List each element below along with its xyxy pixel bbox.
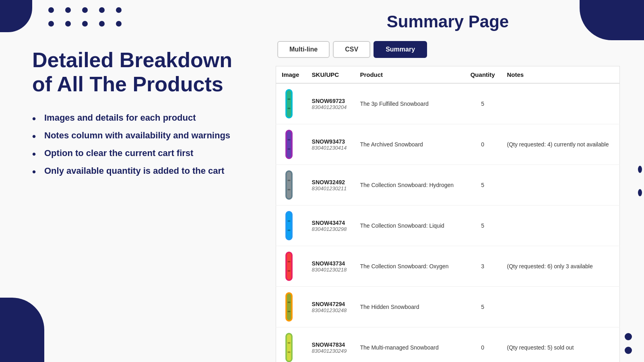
svg-rect-13 — [287, 212, 291, 239]
tab-summary[interactable]: Summary — [374, 41, 427, 58]
svg-rect-17 — [287, 253, 291, 280]
tab-csv[interactable]: CSV — [333, 41, 370, 58]
svg-rect-15 — [287, 230, 290, 231]
tab-multi-line[interactable]: Multi-line — [277, 41, 330, 58]
col-header-image: Image — [276, 66, 306, 84]
svg-rect-5 — [287, 131, 291, 158]
table-row: SNOW43734 830401230218 The Collection Sn… — [276, 246, 620, 287]
feature-list: Images and details for each productNotes… — [32, 113, 242, 176]
svg-rect-23 — [287, 311, 290, 313]
cell-image-3 — [276, 206, 306, 246]
table-row: SNOW32492 830401230211 The Collection Sn… — [276, 165, 620, 206]
cell-product-0: The 3p Fulfilled Snowboard — [354, 83, 464, 124]
table-row: SNOW93473 830401230414 The Archived Snow… — [276, 124, 620, 165]
cell-product-6: The Multi-managed Snowboard — [354, 327, 464, 362]
cell-product-5: The Hidden Snowboard — [354, 287, 464, 327]
svg-rect-27 — [287, 352, 290, 353]
cell-product-1: The Archived Snowboard — [354, 124, 464, 165]
svg-rect-1 — [287, 90, 291, 117]
cell-image-4 — [276, 246, 306, 287]
cell-sku-6: SNOW47834 830401230249 — [306, 327, 355, 362]
page-title: Summary Page — [276, 12, 620, 31]
table-row: SNOW47834 830401230249 The Multi-managed… — [276, 327, 620, 362]
svg-rect-25 — [287, 334, 291, 361]
cell-sku-1: SNOW93473 830401230414 — [306, 124, 355, 165]
cell-quantity-2: 5 — [464, 165, 502, 206]
cell-quantity-6: 0 — [464, 327, 502, 362]
cell-image-5 — [276, 287, 306, 327]
feature-list-item: Notes column with availability and warni… — [32, 130, 242, 141]
cell-quantity-4: 3 — [464, 246, 502, 287]
cell-notes-2 — [502, 165, 620, 206]
col-header-quantity: Quantity — [464, 66, 502, 84]
cell-quantity-0: 5 — [464, 83, 502, 124]
svg-rect-10 — [287, 180, 290, 181]
svg-rect-9 — [287, 172, 291, 198]
right-panel: Summary Page Multi-line CSV Summary Imag… — [268, 0, 644, 362]
table-row: SNOW47294 830401230248 The Hidden Snowbo… — [276, 287, 620, 327]
cell-quantity-5: 5 — [464, 287, 502, 327]
svg-rect-2 — [287, 99, 290, 100]
feature-list-item: Only available quantity is added to the … — [32, 166, 242, 176]
cell-product-3: The Collection Snowboard: Liquid — [354, 206, 464, 246]
svg-rect-21 — [287, 294, 291, 320]
cell-notes-0 — [502, 83, 620, 124]
svg-rect-6 — [287, 139, 290, 141]
cell-image-6 — [276, 327, 306, 362]
svg-rect-18 — [287, 261, 290, 263]
table-row: SNOW43474 830401230298 The Collection Sn… — [276, 206, 620, 246]
col-header-sku: SKU/UPC — [306, 66, 355, 84]
svg-rect-14 — [287, 220, 290, 222]
left-panel-heading: Detailed Breakdown of All The Products — [32, 48, 242, 97]
table-row: SNOW69723 830401230204 The 3p Fulfilled … — [276, 83, 620, 124]
cell-image-0 — [276, 83, 306, 124]
feature-list-item: Images and details for each product — [32, 113, 242, 123]
cell-notes-5 — [502, 287, 620, 327]
svg-rect-7 — [287, 148, 290, 150]
cell-notes-1: (Qty requested: 4) currently not availab… — [502, 124, 620, 165]
svg-rect-22 — [287, 302, 290, 303]
cell-product-2: The Collection Snowboard: Hydrogen — [354, 165, 464, 206]
svg-rect-19 — [287, 270, 290, 272]
cell-quantity-1: 0 — [464, 124, 502, 165]
cell-product-4: The Collection Snowboard: Oxygen — [354, 246, 464, 287]
left-panel: Detailed Breakdown of All The Products I… — [0, 0, 266, 362]
cell-notes-4: (Qty requested: 6) only 3 available — [502, 246, 620, 287]
col-header-product: Product — [354, 66, 464, 84]
cell-notes-6: (Qty requested: 5) sold out — [502, 327, 620, 362]
cell-sku-0: SNOW69723 830401230204 — [306, 83, 355, 124]
tab-bar: Multi-line CSV Summary — [276, 41, 620, 58]
col-header-notes: Notes — [502, 66, 620, 84]
product-table: Image SKU/UPC Product Quantity Notes SNO… — [276, 66, 620, 362]
cell-image-2 — [276, 165, 306, 206]
cell-quantity-3: 5 — [464, 206, 502, 246]
svg-rect-3 — [287, 108, 290, 109]
feature-list-item: Option to clear the current cart first — [32, 148, 242, 158]
cell-sku-3: SNOW43474 830401230298 — [306, 206, 355, 246]
cell-notes-3 — [502, 206, 620, 246]
cell-sku-4: SNOW43734 830401230218 — [306, 246, 355, 287]
cell-sku-2: SNOW32492 830401230211 — [306, 165, 355, 206]
svg-rect-11 — [287, 189, 290, 191]
cell-image-1 — [276, 124, 306, 165]
cell-sku-5: SNOW47294 830401230248 — [306, 287, 355, 327]
svg-rect-26 — [287, 342, 290, 344]
